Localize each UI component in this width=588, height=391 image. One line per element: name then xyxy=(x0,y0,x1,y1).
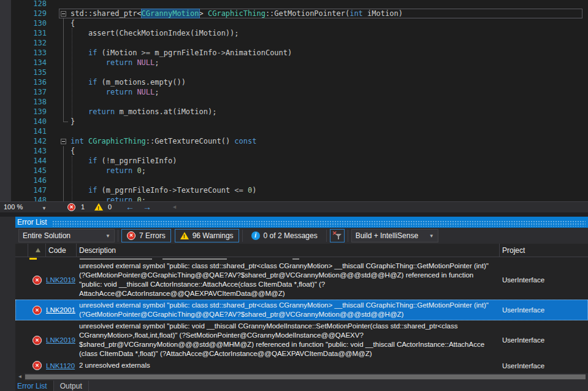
code-line-137[interactable]: 137 return NULL; xyxy=(0,87,588,97)
code-line-133[interactable]: 133 if (iMotion >= m_pgrnFileInfo->Anima… xyxy=(0,48,588,58)
code-line-129[interactable]: 129std::shared_ptr<CGrannyMotion> CGraph… xyxy=(0,9,588,18)
code-line-140[interactable]: 140} xyxy=(0,117,588,126)
code-line-131[interactable]: 131 assert(CheckMotionIndex(iMotion)); xyxy=(0,28,588,38)
column-header-description[interactable]: Description xyxy=(77,244,500,257)
navigate-back-icon[interactable]: ← xyxy=(126,202,134,212)
line-number: 138 xyxy=(0,97,47,107)
code-line-132[interactable]: 132 xyxy=(0,38,588,48)
editor-error-indicator[interactable]: ✕ 1 xyxy=(67,203,85,211)
chevron-down-icon: ▼ xyxy=(105,233,110,239)
line-number: 133 xyxy=(0,48,47,58)
tab-error-list[interactable]: Error List xyxy=(15,381,54,391)
code-line-143[interactable]: 143{ xyxy=(0,146,588,156)
chevron-down-icon: ▼ xyxy=(42,204,47,213)
code-text: return NULL; xyxy=(71,58,159,68)
line-number: 148 xyxy=(0,195,47,201)
fold-collapse-icon[interactable] xyxy=(61,11,66,17)
line-number: 135 xyxy=(0,68,47,77)
error-icon: ✕ xyxy=(32,276,42,285)
error-row-lnk1120[interactable]: ✕LNK11202 unresolved externalsUserInterf… xyxy=(15,360,588,371)
warnings-filter-button[interactable]: ! 96 Warnings xyxy=(175,229,239,242)
line-number: 145 xyxy=(0,166,47,176)
code-text: { xyxy=(71,146,75,156)
editor-error-count: 1 xyxy=(81,203,85,211)
error-row-lnk2019[interactable]: ✕LNK2019unresolved external symbol "publ… xyxy=(15,320,588,360)
hscroll-left-arrow-icon[interactable]: ◄ xyxy=(15,373,25,381)
code-line-147[interactable]: 147 if (m_pgrnFileInfo->TextureCount <= … xyxy=(0,185,588,195)
error-list-titlebar[interactable]: Error List xyxy=(15,217,588,228)
line-number: 128 xyxy=(0,0,47,9)
zoom-level-dropdown[interactable]: 100 % ▼ xyxy=(4,203,48,212)
code-line-142[interactable]: 142int CGraphicThing::GetTextureCount() … xyxy=(0,136,588,146)
error-code-link[interactable]: LNK2019 xyxy=(46,336,75,344)
fold-outline-corner xyxy=(63,122,68,122)
error-list-toolbar: Entire Solution ▼ ✕ 7 Errors ! 96 Warnin… xyxy=(15,228,588,244)
error-project: UserInterface xyxy=(500,360,588,371)
error-project: UserInterface xyxy=(500,260,588,300)
scope-dropdown[interactable]: Entire Solution ▼ xyxy=(18,229,115,242)
line-number: 139 xyxy=(0,107,47,117)
line-number: 131 xyxy=(0,28,47,38)
code-editor[interactable]: 128129std::shared_ptr<CGrannyMotion> CGr… xyxy=(0,0,588,201)
code-line-139[interactable]: 139 return m_motions.at(iMotion); xyxy=(0,107,588,117)
error-row-lnk2019[interactable]: ✕LNK2019unresolved external symbol "publ… xyxy=(15,260,588,300)
toolbar-separator xyxy=(118,230,118,242)
error-list-rows: ✕LNK2019unresolved external symbol "publ… xyxy=(15,257,588,373)
build-intellisense-dropdown[interactable]: Build + IntelliSense ▼ xyxy=(351,229,438,242)
code-line-148[interactable]: 148 return 0; xyxy=(0,195,588,201)
error-description: unresolved external symbol "public: clas… xyxy=(77,260,500,300)
code-line-144[interactable]: 144 if (!m_pgrnFileInfo) xyxy=(0,156,588,166)
line-number: 134 xyxy=(0,58,47,68)
error-icon: ✕ xyxy=(127,231,136,240)
fold-collapse-icon[interactable] xyxy=(61,139,66,144)
warnings-filter-label: 96 Warnings xyxy=(193,231,234,240)
error-description: unresolved external symbol "public: clas… xyxy=(77,300,500,320)
column-header-blank[interactable] xyxy=(15,244,28,257)
line-number: 136 xyxy=(0,77,47,87)
code-line-130[interactable]: 130{ xyxy=(0,18,588,28)
line-number: 144 xyxy=(0,156,47,166)
warning-icon: ! xyxy=(94,203,103,211)
errors-filter-button[interactable]: ✕ 7 Errors xyxy=(121,229,171,242)
code-line-141[interactable]: 141 xyxy=(0,126,588,136)
hscroll-thumb[interactable] xyxy=(25,374,586,379)
error-icon: ✕ xyxy=(67,203,75,211)
column-header-severity[interactable] xyxy=(28,244,46,257)
editor-warning-indicator[interactable]: ! 0 xyxy=(94,203,112,211)
toolbar-separator xyxy=(242,230,243,242)
code-text: if (!m_pgrnFileInfo) xyxy=(71,156,177,166)
code-line-134[interactable]: 134 return NULL; xyxy=(0,58,588,68)
clear-filter-button[interactable]: ✕ xyxy=(330,229,345,242)
code-line-146[interactable]: 146 xyxy=(0,176,588,185)
line-number: 146 xyxy=(0,176,47,185)
error-description: 2 unresolved externals xyxy=(77,360,500,371)
code-line-145[interactable]: 145 return 0; xyxy=(0,166,588,176)
code-text: return 0; xyxy=(71,195,146,201)
column-header-code[interactable]: Code xyxy=(46,244,77,257)
code-line-136[interactable]: 136 if (m_motions.empty()) xyxy=(0,77,588,87)
severity-column-icon xyxy=(36,248,40,252)
error-project: UserInterface xyxy=(500,300,588,320)
code-line-128[interactable]: 128 xyxy=(0,0,588,9)
error-row-lnk2001[interactable]: ✕LNK2001unresolved external symbol "publ… xyxy=(15,300,588,320)
error-code-link[interactable]: LNK2001 xyxy=(46,306,75,314)
error-code-link[interactable]: LNK2019 xyxy=(46,276,75,284)
error-code-link[interactable]: LNK1120 xyxy=(46,362,75,370)
code-text: return 0; xyxy=(71,166,146,176)
code-text: if (iMotion >= m_pgrnFileInfo->Animation… xyxy=(71,48,292,58)
fold-outline-line xyxy=(63,18,64,122)
fold-outline-line xyxy=(63,146,64,201)
code-line-135[interactable]: 135 xyxy=(0,68,588,77)
code-text: if (m_motions.empty()) xyxy=(71,77,186,87)
indent-guide xyxy=(72,156,72,201)
hscroll-left-arrow-icon[interactable]: ◄ xyxy=(172,204,177,210)
messages-filter-button[interactable]: i 0 of 2 Messages xyxy=(246,229,323,242)
navigate-forward-icon[interactable]: → xyxy=(143,202,151,212)
code-text: } xyxy=(71,117,75,126)
window-splitter[interactable] xyxy=(0,212,588,217)
column-header-project[interactable]: Project xyxy=(500,244,588,257)
chevron-down-icon: ▼ xyxy=(429,233,434,239)
tab-output[interactable]: Output xyxy=(54,381,89,391)
code-line-138[interactable]: 138 xyxy=(0,97,588,107)
error-list-hscrollbar[interactable]: ◄ xyxy=(15,373,588,381)
